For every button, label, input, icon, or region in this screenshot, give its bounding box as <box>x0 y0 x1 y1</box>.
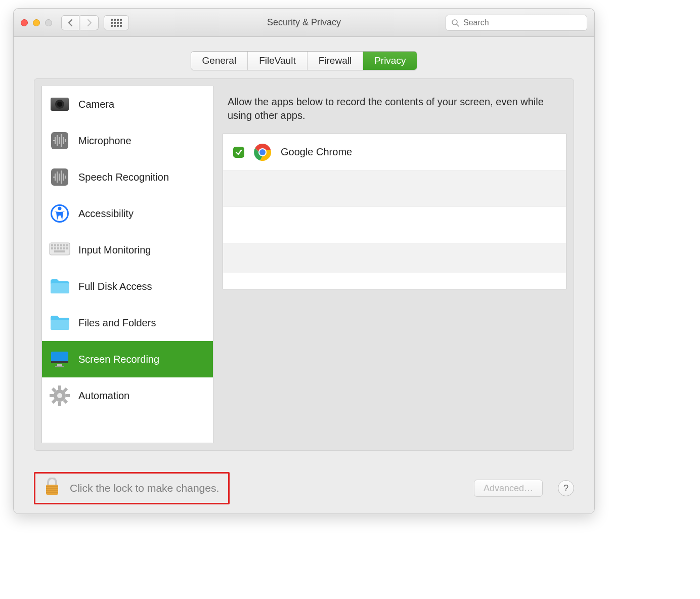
sidebar-item-microphone[interactable]: Microphone <box>42 122 213 159</box>
svg-point-57 <box>259 149 266 155</box>
tab-firewall[interactable]: Firewall <box>308 52 363 70</box>
privacy-categories-list[interactable]: Camera Microphone Speech Recognition Acc… <box>41 86 213 443</box>
close-window-button[interactable] <box>21 19 28 26</box>
search-field[interactable] <box>446 15 587 31</box>
check-icon <box>235 149 242 156</box>
svg-rect-31 <box>66 244 68 246</box>
sidebar-item-label: Automation <box>78 390 129 402</box>
chevron-left-icon <box>67 19 73 27</box>
search-icon <box>451 19 459 27</box>
lock-text: Click the lock to make changes. <box>70 482 219 494</box>
svg-rect-49 <box>50 394 54 397</box>
svg-point-24 <box>58 207 62 210</box>
svg-rect-41 <box>51 352 68 363</box>
sidebar-item-label: Input Monitoring <box>78 244 151 256</box>
grid-icon <box>111 19 122 27</box>
sidebar-item-label: Full Disk Access <box>78 281 152 292</box>
chevron-right-icon <box>86 19 93 27</box>
svg-rect-39 <box>51 283 69 293</box>
app-checkbox[interactable] <box>233 147 244 158</box>
sidebar-item-accessibility[interactable]: Accessibility <box>42 195 213 232</box>
gear-icon <box>49 385 70 406</box>
tab-filevault[interactable]: FileVault <box>248 52 308 70</box>
allowed-apps-list[interactable]: Google Chrome <box>223 134 566 289</box>
titlebar: Security & Privacy <box>14 9 594 37</box>
minimize-window-button[interactable] <box>33 19 40 26</box>
keyboard-icon <box>49 239 70 261</box>
sidebar-item-files-and-folders[interactable]: Files and Folders <box>42 305 213 341</box>
display-icon <box>49 349 70 370</box>
svg-point-54 <box>57 393 62 398</box>
content-area: Allow the apps below to record the conte… <box>223 86 566 443</box>
sidebar-item-label: Camera <box>78 99 114 110</box>
sidebar-item-speech-recognition[interactable]: Speech Recognition <box>42 159 213 195</box>
microphone-icon <box>49 130 70 151</box>
section-description: Allow the apps below to record the conte… <box>223 86 566 134</box>
folder-icon <box>49 276 70 297</box>
lock-area-highlight: Click the lock to make changes. <box>34 472 230 504</box>
accessibility-icon <box>49 203 70 224</box>
forward-button[interactable] <box>80 15 99 30</box>
svg-rect-28 <box>57 244 59 246</box>
lock-icon[interactable] <box>45 478 60 499</box>
folder-icon <box>49 312 70 333</box>
sidebar-item-full-disk-access[interactable]: Full Disk Access <box>42 268 213 305</box>
svg-line-1 <box>457 24 459 26</box>
svg-rect-33 <box>54 247 56 249</box>
svg-point-5 <box>57 102 62 107</box>
maximize-window-button[interactable] <box>45 19 52 26</box>
chrome-icon <box>253 143 272 161</box>
svg-rect-48 <box>66 394 70 397</box>
svg-rect-42 <box>51 361 68 363</box>
tabs-container: General FileVault Firewall Privacy <box>14 37 594 70</box>
svg-rect-35 <box>60 247 62 249</box>
svg-rect-32 <box>51 247 53 249</box>
sidebar-item-input-monitoring[interactable]: Input Monitoring <box>42 232 213 268</box>
help-button[interactable]: ? <box>558 480 574 496</box>
tabs: General FileVault Firewall Privacy <box>191 51 418 70</box>
footer: Click the lock to make changes. Advanced… <box>14 463 594 514</box>
camera-icon <box>49 94 70 115</box>
app-name: Google Chrome <box>281 146 352 158</box>
svg-rect-29 <box>60 244 62 246</box>
svg-rect-34 <box>57 247 59 249</box>
tab-general[interactable]: General <box>191 52 248 70</box>
svg-rect-58 <box>46 485 58 495</box>
svg-rect-46 <box>58 386 61 390</box>
svg-rect-40 <box>51 320 69 330</box>
svg-rect-43 <box>57 364 62 366</box>
svg-rect-30 <box>63 244 65 246</box>
svg-rect-44 <box>55 366 64 367</box>
sidebar-item-screen-recording[interactable]: Screen Recording <box>42 341 213 377</box>
app-row-empty <box>223 170 566 207</box>
app-row[interactable]: Google Chrome <box>223 134 566 170</box>
sidebar-item-label: Speech Recognition <box>78 172 169 183</box>
app-row-empty <box>223 273 566 287</box>
nav-buttons <box>61 15 99 30</box>
search-input[interactable] <box>463 18 582 27</box>
preferences-window: Security & Privacy General FileVault Fir… <box>13 8 595 514</box>
tab-privacy[interactable]: Privacy <box>363 52 417 70</box>
window-controls <box>21 19 52 26</box>
svg-rect-47 <box>58 402 61 406</box>
sidebar-item-label: Microphone <box>78 135 132 147</box>
sidebar-item-automation[interactable]: Automation <box>42 377 213 414</box>
sidebar-item-label: Files and Folders <box>78 317 156 329</box>
app-row-empty <box>223 207 566 243</box>
svg-rect-26 <box>51 244 53 246</box>
back-button[interactable] <box>61 15 79 30</box>
advanced-button[interactable]: Advanced… <box>474 480 543 497</box>
svg-rect-36 <box>63 247 65 249</box>
sidebar-item-label: Screen Recording <box>78 354 159 365</box>
sidebar-item-camera[interactable]: Camera <box>42 86 213 122</box>
speech-icon <box>49 166 70 188</box>
show-all-button[interactable] <box>104 15 129 30</box>
app-row-empty <box>223 243 566 273</box>
privacy-panel: Camera Microphone Speech Recognition Acc… <box>34 78 574 451</box>
sidebar-item-label: Accessibility <box>78 208 134 220</box>
svg-rect-38 <box>54 250 65 252</box>
svg-rect-27 <box>54 244 56 246</box>
svg-rect-37 <box>66 247 68 249</box>
